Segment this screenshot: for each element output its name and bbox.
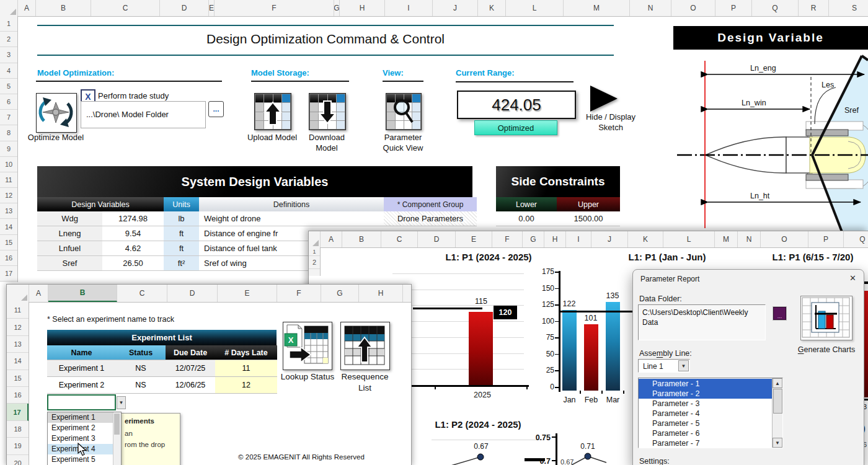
column-header-cell[interactable]: Q [844,231,868,247]
dropdown-item[interactable]: Experiment 1 [48,412,121,423]
column-header-cell[interactable]: K [478,0,506,16]
parameter-item[interactable]: Parameter - 5 [639,418,773,428]
optimized-status-badge[interactable]: Optimized [474,120,557,135]
browse-button[interactable]: ... [208,101,224,117]
column-header-cell[interactable]: M [715,231,738,247]
experiment-table-cell[interactable]: 12/07/25 [166,360,215,377]
row-header-cell[interactable]: 11 [0,172,17,188]
row-header-cell[interactable]: 9 [0,141,17,157]
column-header-cell[interactable]: I [385,0,433,16]
row-header-cell[interactable]: 4 [0,63,17,79]
column-header-cell[interactable]: F [215,0,334,16]
select-all-corner[interactable] [7,285,29,302]
dropdown-item[interactable]: Experiment 2 [48,423,121,433]
dropdown-scrollbar[interactable] [113,412,121,465]
row-header-cell[interactable]: 19 [7,438,29,454]
column-header-cell[interactable]: D [418,231,456,247]
scroll-down-icon[interactable]: ▼ [773,438,782,448]
column-header-cell[interactable]: G [334,0,340,16]
upload-model-button[interactable] [254,93,291,130]
parameter-item[interactable]: Parameter - 7 [639,438,773,448]
experiment-table-cell[interactable]: Experiment 2 [47,377,116,394]
parameter-item[interactable]: Parameter - 3 [639,399,773,409]
experiment-table-cell[interactable]: 11 [215,360,277,377]
parameter-listbox[interactable]: Parameter - 1Parameter - 2Parameter - 3P… [638,378,783,448]
row-header-cell[interactable]: 8 [0,125,17,141]
row-header-cell[interactable]: 10 [0,157,17,172]
column-header-cell[interactable]: O [671,0,715,16]
column-header-cell[interactable]: N [630,0,671,16]
active-cell-b17[interactable] [47,394,116,410]
column-header-cell[interactable]: C [381,231,418,247]
scrollbar-thumb[interactable] [773,389,782,414]
row-header-cell[interactable]: 12 [0,188,17,203]
column-header-cell[interactable]: C [117,285,167,302]
column-header-cell[interactable]: J [591,231,628,247]
cell-dropdown-button[interactable]: ▼ [117,396,126,409]
row-header-cell[interactable]: 18 [7,421,29,438]
hide-display-sketch-button[interactable] [590,86,618,112]
column-header-cell[interactable]: B [48,285,117,302]
dialog-titlebar[interactable]: Parameter Report ✕ [633,270,864,287]
row-header-cell[interactable]: 17 [0,266,17,281]
row-header-cell[interactable]: 16 [7,387,29,404]
column-header-cell[interactable]: A [29,285,48,302]
column-header-cell[interactable]: F [277,285,321,302]
listbox-scrollbar[interactable]: ▲ ▼ [772,378,782,448]
row-header-cell[interactable]: 13 [0,203,17,219]
dropdown-scrollbar-thumb[interactable] [114,414,120,435]
column-header-cell[interactable]: D [160,0,209,16]
experiment-dropdown-list[interactable]: Experiment 1Experiment 2Experiment 3Expe… [47,412,122,465]
column-header-cell[interactable]: O [761,231,808,247]
close-icon[interactable]: ✕ [849,273,856,283]
parameter-item[interactable]: Parameter - 2 [639,389,773,399]
download-model-button[interactable] [309,93,346,130]
parameter-quick-view-button[interactable] [386,93,422,130]
column-header-cell[interactable]: H [340,0,385,16]
column-header-cell[interactable]: S [829,0,868,16]
column-header-cell[interactable]: M [564,0,630,16]
row-header-cell[interactable]: 14 [0,219,17,234]
assembly-line-combobox[interactable]: Line 1 ▼ [638,359,690,373]
row-header-cell[interactable]: 1 [309,247,320,256]
experiment-table-cell[interactable]: Experiment 1 [47,360,116,377]
column-header-cell[interactable]: L [663,231,715,247]
row-header-cell[interactable]: 1 [0,16,17,32]
row-header-cell[interactable]: 3 [0,47,17,63]
scroll-up-icon[interactable]: ▲ [773,378,782,388]
column-header-cell[interactable]: E [218,285,277,302]
column-header-cell[interactable]: P [808,231,844,247]
row-header-cell[interactable]: 15 [7,370,29,387]
row-header-cell[interactable]: 13 [7,336,29,353]
column-header-cell[interactable]: P [715,0,752,16]
resequence-list-button[interactable] [340,322,390,370]
row-header-cell[interactable]: 14 [7,353,29,370]
column-header-cell[interactable]: A [18,0,36,16]
row-header-cell[interactable]: 20 [7,455,29,465]
row-header-cell[interactable]: 6 [0,94,17,110]
column-header-cell[interactable]: F [492,231,523,247]
lookup-status-button[interactable]: X [283,322,332,370]
experiment-table-cell[interactable]: NS [116,377,166,394]
column-header-cell[interactable]: Q [752,0,799,16]
column-header-cell[interactable]: K [628,231,663,247]
column-header-cell[interactable]: J [433,0,478,16]
column-header-cell[interactable]: R [799,0,829,16]
column-header-cell[interactable]: G [321,285,359,302]
row-header-cell[interactable]: 17 [7,404,29,420]
model-folder-field[interactable]: ...\Drone\ Model Folder [81,101,206,128]
experiment-table-cell[interactable]: 12 [215,377,277,394]
column-header-cell[interactable]: A [321,231,342,247]
row-header-cell[interactable]: 7 [0,110,17,125]
row-header-cell[interactable]: 5 [0,79,17,94]
experiment-table-cell[interactable]: NS [116,360,166,377]
combobox-arrow-icon[interactable]: ▼ [678,360,689,371]
optimize-model-button[interactable] [36,93,77,133]
column-header-cell[interactable]: B [36,0,91,16]
column-header-cell[interactable]: E [209,0,215,16]
row-header-cell[interactable]: 12 [7,319,29,335]
row-header-cell[interactable]: 11 [7,302,29,319]
row-header-cell[interactable]: 16 [0,250,17,266]
experiment-table-cell[interactable]: 12/06/25 [166,377,215,394]
column-header-cell[interactable]: C [91,0,160,16]
